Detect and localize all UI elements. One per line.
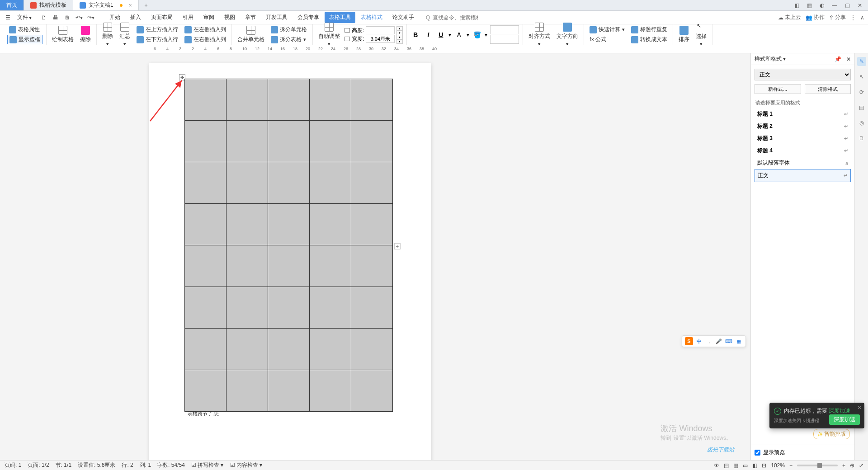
bold-button[interactable]: B	[410, 30, 420, 40]
save-icon[interactable]: 🗋	[40, 14, 48, 22]
draw-table-button[interactable]: 绘制表格	[50, 25, 75, 44]
width-input[interactable]	[366, 35, 395, 43]
font-color-button[interactable]: A	[454, 30, 464, 40]
ime-mic-icon[interactable]: 🎤	[715, 337, 723, 345]
close-panel-icon[interactable]: ✕	[846, 56, 851, 62]
formula-button[interactable]: fx 公式	[588, 35, 627, 44]
tab-templates[interactable]: 找稻壳模板	[24, 0, 73, 10]
ime-lang[interactable]: 中	[695, 337, 703, 345]
status-page-no[interactable]: 页码: 1	[5, 461, 21, 469]
menu-tab-thesis[interactable]: 论文助手	[388, 12, 419, 23]
clear-format-button[interactable]: 清除格式	[805, 84, 851, 94]
status-page[interactable]: 页面: 1/2	[28, 461, 49, 469]
menu-tab-review[interactable]: 审阅	[199, 12, 219, 23]
border-style-select[interactable]	[490, 25, 519, 34]
document-area[interactable]: ✥ + 表格跨节了,怎 S	[0, 53, 750, 460]
insert-row-below-button[interactable]: 在下方插入行	[135, 35, 180, 44]
view-mode-2-icon[interactable]: ▦	[733, 462, 738, 469]
menu-tab-section[interactable]: 章节	[241, 12, 260, 23]
new-style-button[interactable]: 新样式...	[755, 84, 801, 94]
redo-icon[interactable]: ↷▾	[87, 14, 95, 22]
border-width-select[interactable]	[490, 35, 519, 44]
fill-color-button[interactable]: 🪣	[472, 30, 482, 40]
toast-action-button[interactable]: 深度加速	[829, 414, 860, 425]
ime-grid-icon[interactable]: ▦	[735, 337, 743, 345]
status-more-icon[interactable]: ⊕	[850, 462, 854, 469]
menu-hamburger-icon[interactable]: ☰	[4, 14, 12, 22]
refresh-icon[interactable]: ⟳	[857, 88, 866, 97]
width-spinner[interactable]: ▴▾	[396, 35, 403, 43]
table[interactable]	[184, 79, 393, 412]
insert-col-left-button[interactable]: 在左侧插入列	[183, 25, 228, 34]
zoom-in-icon[interactable]: +	[842, 462, 845, 469]
style-heading-2[interactable]: 标题 2↵	[755, 120, 851, 132]
eraser-button[interactable]: 擦除	[78, 25, 93, 44]
coop-button[interactable]: 👥 协作	[806, 14, 825, 21]
maximize-icon[interactable]: ▢	[843, 1, 852, 10]
ruler[interactable]: 642246810121416182022242628303234363840	[0, 45, 868, 53]
close-window-icon[interactable]: ✕	[855, 1, 864, 10]
select-button[interactable]: ↖选择▾	[694, 22, 708, 48]
ime-keyboard-icon[interactable]: ⌨	[725, 337, 733, 345]
align-button[interactable]: 对齐方式▾	[527, 22, 552, 48]
collapse-ribbon-icon[interactable]: ∧	[860, 14, 864, 21]
status-words[interactable]: 字数: 54/54	[157, 461, 185, 469]
merge-cells-button[interactable]: 合并单元格	[236, 25, 266, 44]
target-icon[interactable]: ◎	[857, 118, 866, 127]
table-properties-button[interactable]: 表格属性	[7, 25, 42, 34]
height-input[interactable]	[366, 26, 395, 34]
header-repeat-button[interactable]: 标题行重复	[629, 25, 669, 34]
pin-icon[interactable]: 📌	[835, 56, 841, 62]
add-column-handle[interactable]: +	[394, 243, 401, 249]
split-table-button[interactable]: 拆分表格▾	[269, 35, 309, 44]
menu-tab-layout[interactable]: 页面布局	[146, 12, 177, 23]
undo-icon[interactable]: ↶▾	[75, 14, 83, 22]
menu-tab-reference[interactable]: 引用	[178, 12, 198, 23]
style-heading-3[interactable]: 标题 3↵	[755, 132, 851, 145]
close-icon[interactable]: ×	[129, 2, 132, 9]
fast-calc-button[interactable]: 快速计算▾	[588, 25, 627, 34]
height-spinner[interactable]: ▴▾	[396, 26, 403, 34]
zoom-slider[interactable]	[797, 465, 838, 466]
more-icon[interactable]: ⋮	[850, 14, 856, 21]
menu-tab-table-style[interactable]: 表格样式	[356, 12, 387, 23]
view-mode-3-icon[interactable]: ▭	[743, 462, 748, 469]
preview-icon[interactable]: 🗎	[63, 14, 71, 22]
share-button[interactable]: ⇪ 分享	[829, 14, 846, 21]
status-expand-icon[interactable]: ⤢	[859, 462, 863, 469]
underline-button[interactable]: U	[436, 30, 446, 40]
show-borders-button[interactable]: 显示虚框	[7, 35, 42, 44]
ime-toolbar[interactable]: S 中 ， 🎤 ⌨ ▦	[682, 335, 746, 347]
cloud-status[interactable]: ☁ 未上云	[778, 14, 801, 21]
book-icon[interactable]: ▤	[857, 103, 866, 112]
show-preview-checkbox[interactable]	[755, 450, 760, 456]
focus-icon[interactable]: ⊡	[762, 462, 766, 469]
sort-button[interactable]: 排序	[677, 25, 691, 44]
text-direction-button[interactable]: 文字方向▾	[555, 22, 580, 48]
style-body[interactable]: 正文↵	[755, 169, 851, 182]
menu-tab-view[interactable]: 视图	[220, 12, 240, 23]
page-icon[interactable]: 🗋	[857, 134, 866, 143]
to-text-button[interactable]: 转换成文本	[629, 35, 669, 44]
insert-row-above-button[interactable]: 在上方插入行	[135, 25, 180, 34]
ai-layout-badge[interactable]: ✨智能排版	[813, 429, 850, 439]
ime-punct-icon[interactable]: ，	[705, 337, 713, 345]
apps-icon[interactable]: ▦	[805, 1, 814, 10]
print-icon[interactable]: 🖶	[52, 14, 60, 22]
tab-add[interactable]: ＋	[139, 0, 153, 10]
eye-icon[interactable]: 👁	[714, 462, 719, 469]
menu-tab-dev[interactable]: 开发工具	[261, 12, 292, 23]
file-menu[interactable]: 文件▾	[14, 14, 34, 21]
summary-button[interactable]: 汇总▾	[118, 22, 132, 48]
search-input[interactable]	[433, 14, 478, 21]
italic-button[interactable]: I	[423, 30, 433, 40]
status-spell[interactable]: ☑ 拼写检查 ▾	[191, 461, 224, 469]
current-style-select[interactable]: 正文	[755, 69, 851, 80]
status-content[interactable]: ☑ 内容检查 ▾	[230, 461, 263, 469]
style-heading-1[interactable]: 标题 1↵	[755, 108, 851, 120]
layout-icon[interactable]: ◧	[792, 1, 801, 10]
view-mode-4-icon[interactable]: ◧	[752, 462, 757, 469]
insert-col-right-button[interactable]: 在右侧插入列	[183, 35, 228, 44]
toast-close-icon[interactable]: ✕	[857, 404, 862, 411]
zoom-value[interactable]: 102%	[771, 462, 785, 469]
